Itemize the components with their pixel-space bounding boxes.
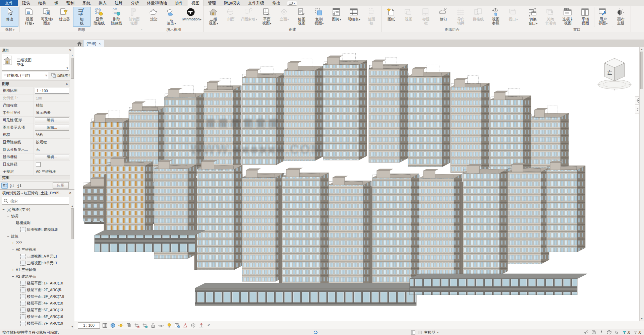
select-underlay-icon[interactable] bbox=[591, 330, 596, 335]
ribbon-tab-architecture[interactable]: 建筑 bbox=[18, 0, 34, 6]
close-icon[interactable]: × bbox=[99, 42, 101, 46]
type-selector[interactable]: 三维视图 整体 ▾ bbox=[2, 54, 69, 71]
tree-item[interactable]: 楼层平面: 3F_ARC(7.9 bbox=[0, 293, 74, 300]
active-workset-label[interactable]: 主模型 bbox=[424, 330, 435, 335]
analytical-model-icon[interactable] bbox=[182, 322, 189, 329]
search-input[interactable] bbox=[10, 199, 67, 203]
collapse-icon[interactable]: − bbox=[7, 214, 10, 218]
property-section-header[interactable]: 范围 bbox=[0, 176, 70, 180]
tree-item[interactable]: 楼层平面: 5F_ARC(13 bbox=[0, 307, 74, 313]
render-button[interactable]: 渲染 bbox=[145, 7, 163, 27]
expand-icon[interactable]: + bbox=[11, 241, 14, 245]
selection-filter[interactable]: :0 bbox=[633, 330, 641, 335]
collapse-icon[interactable]: − bbox=[11, 274, 14, 278]
property-edit-button[interactable]: 编辑... bbox=[35, 117, 69, 123]
tree-item[interactable]: 楼层平面: 1F_ARC(±0 bbox=[0, 280, 74, 286]
collapse-icon[interactable]: − bbox=[11, 248, 14, 252]
close-icon[interactable]: × bbox=[68, 48, 72, 53]
select-pinned-icon[interactable] bbox=[599, 330, 604, 335]
tree-item[interactable]: −协调 bbox=[0, 213, 74, 219]
ribbon-tab-structure[interactable]: 结构 bbox=[34, 0, 50, 6]
plan-views-button[interactable]: 平面 视图▾ bbox=[258, 7, 276, 27]
3d-viewport[interactable]: ■■■■■■ WWW.■■■■■■.COM 左 ▲▼ bbox=[74, 47, 644, 321]
workset-status-icon[interactable] bbox=[417, 330, 422, 335]
modify-state-toggle[interactable]: ▾ bbox=[287, 1, 297, 6]
temporary-view-properties-icon[interactable] bbox=[174, 322, 181, 329]
dialog-launcher-icon[interactable]: ⌄ bbox=[140, 26, 143, 32]
property-value[interactable]: 无 bbox=[35, 147, 40, 152]
view-cube[interactable]: 左 bbox=[594, 50, 635, 92]
visibility-graphics-button[interactable]: 可见性/ 图形 bbox=[38, 7, 56, 27]
view-reference-button[interactable]: 视图 参照 bbox=[487, 7, 505, 27]
sheet-button[interactable]: 图纸 bbox=[383, 7, 400, 27]
tree-item[interactable]: 三维视图: B单元LT bbox=[0, 260, 74, 266]
property-value[interactable]: 100 bbox=[35, 96, 42, 100]
tree-item[interactable]: +??? bbox=[0, 240, 74, 246]
ribbon-tab-massing-site[interactable]: 体量和场地 bbox=[143, 0, 171, 6]
tile-views-button[interactable]: 平铺 视图 bbox=[577, 7, 594, 27]
collapse-icon[interactable]: < bbox=[208, 323, 210, 328]
tree-item[interactable]: 楼层平面: 6F_ARC(16 bbox=[0, 313, 74, 320]
drafting-view-button[interactable]: 绘图 视图 bbox=[293, 7, 310, 27]
collapse-icon[interactable]: − bbox=[11, 221, 14, 225]
property-value[interactable]: 按规程 bbox=[35, 140, 47, 145]
collapse-icon[interactable]: − bbox=[7, 234, 10, 238]
switch-windows-button[interactable]: 切换 窗口▾ bbox=[524, 7, 542, 27]
reveal-constraints-icon[interactable] bbox=[198, 322, 205, 329]
drag-on-selection-icon[interactable] bbox=[614, 330, 619, 335]
view-template-button[interactable]: 视图 样板▾ bbox=[21, 7, 38, 27]
editable-only-filter[interactable]: :0 bbox=[622, 330, 630, 335]
sort-default-icon[interactable] bbox=[1, 183, 8, 189]
property-edit-button[interactable]: 编辑... bbox=[35, 154, 69, 160]
detail-level-icon[interactable] bbox=[101, 322, 108, 329]
property-value[interactable]: 结构 bbox=[35, 132, 43, 137]
ribbon-tab-view[interactable]: 视图 bbox=[187, 0, 204, 6]
sort-descending-icon[interactable]: ZA bbox=[16, 183, 22, 189]
file-menu-button[interactable]: 文件 bbox=[0, 0, 18, 6]
ribbon-tab-precast[interactable]: 预制 bbox=[62, 0, 78, 6]
properties-scrollbar[interactable]: ▲ bbox=[70, 54, 74, 181]
tree-item[interactable]: +A1-三维轴侧 bbox=[0, 266, 74, 273]
ribbon-tab-annotate[interactable]: 注释 bbox=[111, 0, 127, 6]
visual-style-icon[interactable] bbox=[109, 322, 116, 329]
tree-item[interactable]: 绘图视图: 建模规则 bbox=[0, 226, 74, 233]
crop-view-icon[interactable] bbox=[133, 322, 140, 329]
tree-item[interactable]: 楼层平面: 7F_ARC(19 bbox=[0, 320, 74, 327]
twinmotion-button[interactable]: Twinmotion▾ bbox=[180, 7, 202, 27]
unlocked-view-icon[interactable] bbox=[150, 322, 157, 329]
close-icon[interactable]: × bbox=[68, 191, 72, 195]
tree-item[interactable]: −A0-三维视图 bbox=[0, 246, 74, 253]
select-by-face-icon[interactable] bbox=[607, 330, 611, 335]
sun-path-icon[interactable] bbox=[117, 322, 124, 329]
property-value[interactable]: 显示两者 bbox=[35, 110, 51, 115]
ribbon-tab-systems[interactable]: 系统 bbox=[78, 0, 95, 6]
tree-item[interactable]: 楼层平面: 4F_ARC(10 bbox=[0, 300, 74, 307]
revisions-button[interactable]: 修订 bbox=[435, 7, 452, 27]
property-section-header[interactable]: 图形∧ bbox=[0, 80, 70, 87]
sort-ascending-icon[interactable]: AZ bbox=[9, 183, 15, 189]
show-hidden-lines-button[interactable]: 显示 隐藏线 bbox=[91, 7, 108, 27]
legends-button[interactable]: 图例▾ bbox=[328, 7, 345, 27]
browser-scrollbar[interactable]: ▲ ▼ bbox=[70, 204, 74, 329]
modify-button[interactable]: 修改 bbox=[1, 7, 18, 27]
view-tab-3d[interactable]: {三维} × bbox=[83, 40, 104, 47]
ribbon-tab-analyze[interactable]: 分析 bbox=[127, 0, 143, 6]
property-value[interactable]: A0-三维视图 bbox=[35, 169, 56, 174]
ribbon-tab-modify[interactable]: 修改 bbox=[268, 0, 284, 6]
ribbon-tab-manage[interactable]: 管理 bbox=[204, 0, 220, 6]
tab-views-button[interactable]: 选项卡 视图 bbox=[559, 7, 577, 27]
viewport-vertical-scrollbar[interactable]: ▲▼ bbox=[639, 47, 644, 321]
duplicate-view-button[interactable]: 复制 视图▾ bbox=[310, 7, 328, 27]
tree-item[interactable]: −建筑 bbox=[0, 233, 74, 240]
remove-hidden-lines-button[interactable]: 删除 隐藏线 bbox=[108, 7, 125, 27]
chevron-down-icon[interactable]: ▾ bbox=[66, 66, 68, 70]
tree-item[interactable]: −建模规则 bbox=[0, 219, 74, 226]
tree-item[interactable]: −A2-建筑平面 bbox=[0, 273, 74, 280]
ribbon-tab-insert[interactable]: 插入 bbox=[95, 0, 111, 6]
select-links-icon[interactable] bbox=[584, 330, 588, 335]
render-in-cloud-button[interactable]: 云 渲染▾ bbox=[163, 7, 180, 27]
ribbon-tab-file-upgrade[interactable]: 文件升级 bbox=[244, 0, 268, 6]
tree-item[interactable]: 三维视图: A单元LT bbox=[0, 253, 74, 260]
property-edit-button[interactable]: 编辑... bbox=[35, 125, 69, 131]
expand-icon[interactable]: + bbox=[11, 268, 14, 272]
